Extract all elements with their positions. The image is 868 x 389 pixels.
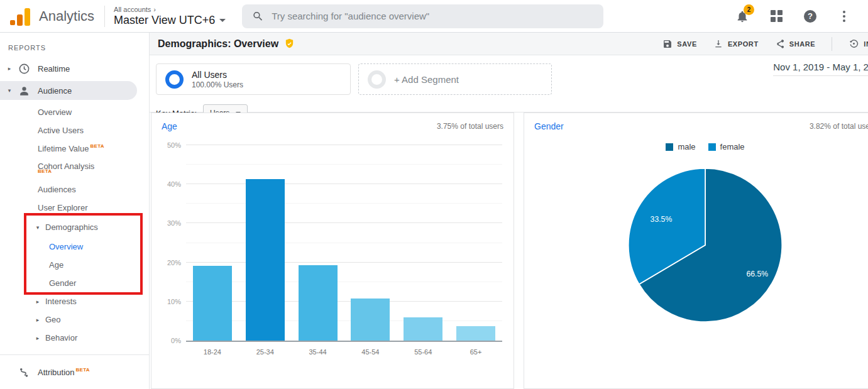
sidebar-item-cohort-analysis[interactable]: Cohort Analysis BETA	[0, 158, 149, 180]
logo-dot	[10, 20, 15, 25]
sidebar-item-audience[interactable]: ▾ Audience	[0, 81, 149, 100]
sidebar-item-demographics-age[interactable]: Age	[0, 256, 149, 274]
sidebar-item-attribution[interactable]: Attribution BETA	[0, 363, 149, 381]
more-vert-icon	[843, 11, 845, 22]
more-menu-button[interactable]	[837, 9, 852, 24]
segment-ring-icon	[165, 70, 184, 89]
insights-button[interactable]: INSIGHTS	[849, 38, 868, 49]
gender-pie: 66.5%33.5%	[622, 162, 788, 328]
logo-bar-short	[17, 14, 23, 26]
sidebar-item-demographics[interactable]: ▾ Demographics	[0, 218, 149, 236]
sidebar-item-demographics-overview[interactable]: Overview	[0, 238, 149, 256]
bar-slot	[186, 145, 239, 341]
chevron-down-icon[interactable]: ▾	[6, 87, 13, 94]
legend-item-female[interactable]: female	[708, 142, 745, 151]
logo-bar-tall	[25, 8, 30, 26]
age-bar-55-64[interactable]	[404, 317, 442, 341]
apps-grid-icon	[771, 10, 783, 22]
age-xlabels: 18-2425-3435-4445-5455-6465+	[186, 348, 502, 356]
sidebar-item-interests[interactable]: ▸ Interests	[0, 292, 149, 310]
chevron-down-icon[interactable]: ▾	[35, 224, 41, 231]
segment-all-users[interactable]: All Users 100.00% Users	[156, 63, 351, 95]
x-axis-label: 18-24	[186, 348, 239, 356]
download-icon	[713, 39, 723, 49]
x-axis-label: 35-44	[292, 348, 344, 356]
segment-ring-icon	[368, 70, 386, 89]
notification-badge: 2	[744, 4, 754, 15]
notifications-button[interactable]: 2	[735, 9, 750, 24]
age-bar-25-34[interactable]	[246, 179, 285, 341]
age-bar-45-54[interactable]	[351, 299, 390, 341]
beta-badge: BETA	[90, 143, 104, 149]
y-axis-tick: 40%	[155, 180, 181, 188]
female-swatch-icon	[708, 143, 716, 151]
legend-item-male[interactable]: male	[666, 142, 695, 151]
clock-icon	[18, 62, 30, 75]
help-button[interactable]: ?	[803, 9, 818, 24]
sidebar-item-label: Lifetime Value	[38, 144, 89, 153]
sidebar-item-label: Behavior	[45, 333, 77, 342]
apps-button[interactable]	[769, 9, 784, 24]
sidebar-item-label: Realtime	[38, 64, 70, 74]
sidebar-item-user-explorer[interactable]: User Explorer	[0, 199, 149, 217]
chevron-right-icon[interactable]: ▸	[6, 65, 13, 72]
age-chart-panel: Age 3.75% of total users 0%10%20%30%40%5…	[151, 112, 514, 389]
breadcrumb-chevron-icon: ›	[153, 6, 156, 13]
sidebar: REPORTS ▸ Realtime ▾ Audience Overview A…	[0, 33, 150, 389]
x-axis-label: 65+	[449, 348, 502, 356]
sidebar-item-label: Audience	[38, 86, 72, 96]
sidebar-item-discover[interactable]: Discover	[0, 385, 149, 389]
global-search[interactable]	[242, 4, 603, 28]
export-button[interactable]: EXPORT	[713, 39, 759, 49]
header-divider	[104, 6, 105, 27]
attribution-route-icon	[18, 366, 30, 378]
y-axis-tick: 10%	[155, 298, 181, 305]
pie-data-label: 33.5%	[651, 215, 673, 224]
beta-badge: BETA	[38, 168, 52, 174]
demographics-group: ▾ Demographics Overview Age Gender	[0, 218, 149, 292]
sidebar-item-lifetime-value[interactable]: Lifetime Value BETA	[0, 140, 149, 158]
actions-divider	[832, 37, 832, 51]
reports-section-label: REPORTS	[0, 40, 149, 59]
chevron-right-icon[interactable]: ▸	[35, 299, 41, 305]
breadcrumb: All accounts ›	[114, 6, 226, 13]
sidebar-item-label: User Explorer	[38, 203, 87, 212]
age-bar-65+[interactable]	[456, 326, 495, 341]
sidebar-item-behavior[interactable]: ▸ Behavior	[0, 329, 149, 347]
age-bar-35-44[interactable]	[299, 265, 338, 341]
report-actions: SAVE EXPORT SHARE INSIGHTS	[662, 33, 868, 55]
save-button[interactable]: SAVE	[662, 39, 697, 49]
bar-slot	[239, 145, 292, 341]
sidebar-item-demographics-gender[interactable]: Gender	[0, 274, 149, 292]
gender-report-link[interactable]: Gender	[534, 121, 564, 131]
account-name: Master View UTC+6	[114, 14, 215, 27]
date-range-picker[interactable]: Nov 1, 2019 - May 1, 2020	[773, 62, 868, 76]
shield-check-badge-icon	[284, 38, 295, 49]
sidebar-item-label: Overview	[38, 107, 72, 117]
chevron-right-icon[interactable]: ▸	[35, 335, 41, 341]
report-title-bar: Demographics: Overview SAVE EXPORT SHARE	[150, 33, 868, 55]
pie-data-label: 66.5%	[746, 270, 768, 278]
age-report-link[interactable]: Age	[162, 121, 177, 131]
add-segment-button[interactable]: + Add Segment	[358, 63, 552, 95]
sidebar-item-geo[interactable]: ▸ Geo	[0, 310, 149, 329]
sidebar-item-realtime[interactable]: ▸ Realtime	[0, 59, 149, 78]
y-axis-tick: 20%	[155, 259, 181, 266]
male-swatch-icon	[666, 143, 673, 151]
share-button[interactable]: SHARE	[775, 39, 816, 49]
add-segment-label: + Add Segment	[394, 74, 459, 85]
analytics-logo-icon[interactable]	[0, 7, 39, 26]
bar-slot	[292, 145, 344, 341]
sidebar-item-label: Attribution	[38, 368, 75, 377]
sidebar-item-active-users[interactable]: Active Users	[0, 121, 149, 140]
y-axis-tick: 50%	[155, 141, 181, 149]
sidebar-item-label: Age	[49, 260, 63, 270]
search-input[interactable]	[272, 11, 593, 21]
chevron-right-icon[interactable]: ▸	[35, 317, 41, 323]
account-switcher[interactable]: All accounts › Master View UTC+6	[114, 6, 226, 27]
age-bars	[186, 145, 502, 341]
gender-chart-panel: Gender 3.82% of total users male female …	[524, 112, 868, 389]
sidebar-item-overview[interactable]: Overview	[0, 103, 149, 121]
sidebar-item-audiences[interactable]: Audiences	[0, 180, 149, 199]
age-bar-18-24[interactable]	[193, 266, 232, 341]
